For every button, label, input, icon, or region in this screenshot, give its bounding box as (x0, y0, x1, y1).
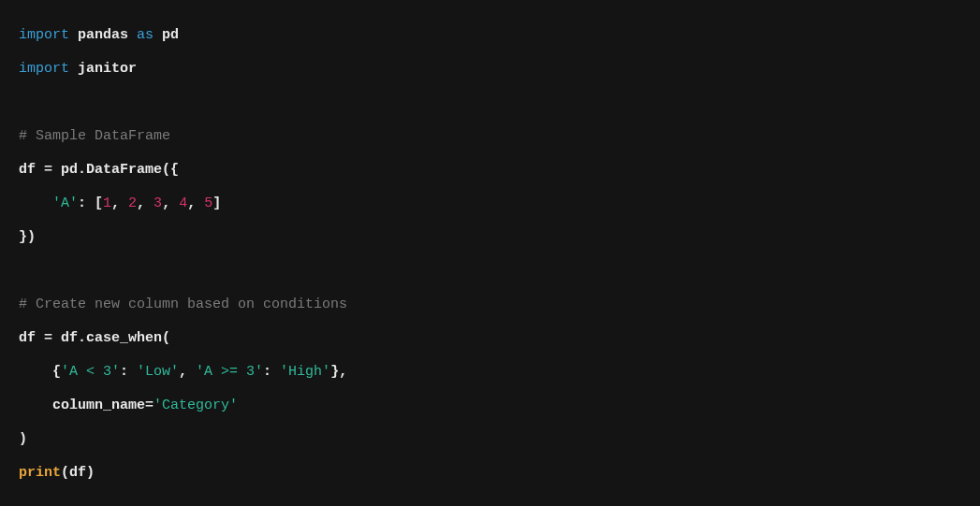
line-df-assign: df = pd.DataFrame({ (19, 162, 179, 178)
sep: : (263, 364, 280, 380)
comma: , (137, 195, 154, 211)
kwarg-column-name: column_name= (19, 398, 154, 413)
close-brace: }, (330, 364, 347, 380)
line-dict-a: 'A': [1, 2, 3, 4, 5] (19, 195, 221, 211)
code-block: import pandas as pd import janitor # Sam… (0, 0, 980, 506)
num-4: 4 (179, 195, 187, 211)
line-close-dict: }) (19, 229, 36, 245)
indent (19, 195, 52, 211)
fn-print: print (19, 465, 61, 481)
comma: , (179, 364, 196, 380)
keyword-import: import (19, 61, 69, 77)
line-column-name: column_name='Category' (19, 398, 238, 413)
comment-new-col: # Create new column based on conditions (19, 296, 347, 312)
colon-bracket: : [ (78, 195, 103, 211)
line-close-paren: ) (19, 431, 27, 447)
num-5: 5 (204, 195, 212, 211)
sep: : (120, 364, 137, 380)
cond-key-2: 'A >= 3' (196, 364, 263, 380)
comma: , (111, 195, 128, 211)
kwarg-value-category: 'Category' (154, 398, 238, 413)
cond-val-1: 'Low' (137, 364, 179, 380)
close-bracket: ] (212, 195, 221, 211)
num-1: 1 (103, 195, 111, 211)
line-2: import janitor (19, 61, 137, 77)
comment-sample-df: # Sample DataFrame (19, 128, 170, 144)
num-2: 2 (128, 195, 137, 211)
dict-key-a: 'A' (52, 195, 78, 211)
line-conditions: {'A < 3': 'Low', 'A >= 3': 'High'}, (19, 364, 347, 380)
line-case-when: df = df.case_when( (19, 330, 170, 346)
comma: , (187, 195, 204, 211)
line-print: print(df) (19, 465, 95, 481)
indent-brace: { (19, 364, 61, 380)
cond-key-1: 'A < 3' (61, 364, 120, 380)
keyword-as: as (137, 27, 154, 43)
keyword-import: import (19, 27, 69, 43)
num-3: 3 (154, 195, 162, 211)
line-1: import pandas as pd (19, 27, 179, 43)
module-janitor: janitor (69, 61, 137, 77)
print-arg: (df) (61, 465, 95, 481)
cond-val-2: 'High' (280, 364, 330, 380)
comma: , (162, 195, 179, 211)
alias-pd: pd (154, 27, 179, 43)
module-pandas: pandas (69, 27, 137, 43)
